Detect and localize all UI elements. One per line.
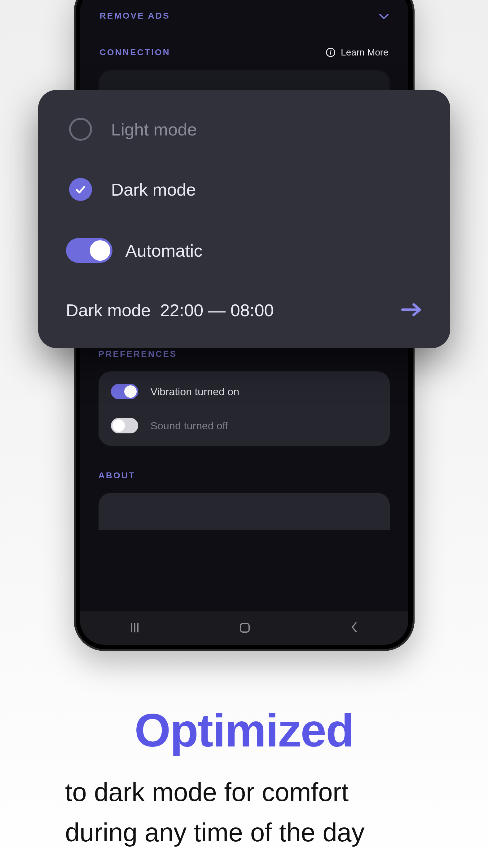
dark-mode-schedule-row[interactable]: Dark mode 22:00 — 08:00 <box>66 300 422 320</box>
about-card <box>99 493 390 530</box>
vibration-row[interactable]: Vibration turned on <box>111 384 378 399</box>
radio-unchecked-icon[interactable] <box>69 118 92 141</box>
remove-ads-row[interactable]: REMOVE ADS <box>99 6 390 38</box>
automatic-label: Automatic <box>126 241 203 261</box>
remove-ads-label: REMOVE ADS <box>100 11 170 21</box>
sound-row[interactable]: Sound turned off <box>111 418 378 433</box>
schedule-range: 22:00 — 08:00 <box>160 300 273 320</box>
automatic-toggle[interactable] <box>66 238 112 263</box>
dark-mode-label: Dark mode <box>111 180 196 199</box>
vibration-label: Vibration turned on <box>151 385 239 398</box>
chevron-down-icon <box>379 9 389 22</box>
connection-header: CONNECTION i Learn More <box>99 38 390 67</box>
preferences-card: Vibration turned on Sound turned off <box>99 371 390 446</box>
info-icon: i <box>326 48 335 57</box>
nav-back-icon[interactable] <box>351 622 358 634</box>
radio-checked-icon[interactable] <box>69 178 92 201</box>
nav-recent-icon[interactable] <box>130 623 139 632</box>
marketing-headline: Optimized <box>0 704 488 757</box>
theme-mode-card: Light mode Dark mode Automatic Dark mode… <box>38 90 450 348</box>
arrow-right-icon <box>401 302 422 319</box>
dark-mode-row[interactable]: Dark mode <box>69 178 422 201</box>
preferences-label: PREFERENCES <box>99 349 177 359</box>
about-section: ABOUT <box>99 446 390 530</box>
light-mode-label: Light mode <box>111 119 197 140</box>
sound-label: Sound turned off <box>151 420 228 432</box>
connection-label: CONNECTION <box>100 48 170 57</box>
learn-more-button[interactable]: i Learn More <box>326 47 388 58</box>
schedule-prefix: Dark mode <box>66 300 151 320</box>
android-nav-bar <box>80 611 409 645</box>
about-label: ABOUT <box>99 471 136 480</box>
automatic-row[interactable]: Automatic <box>69 238 422 263</box>
vibration-toggle[interactable] <box>111 384 138 399</box>
marketing-subline: to dark mode for comfort during any time… <box>0 772 488 852</box>
sound-toggle[interactable] <box>111 418 138 433</box>
learn-more-label: Learn More <box>341 47 388 58</box>
light-mode-row[interactable]: Light mode <box>69 118 422 141</box>
nav-home-icon[interactable] <box>240 623 250 633</box>
